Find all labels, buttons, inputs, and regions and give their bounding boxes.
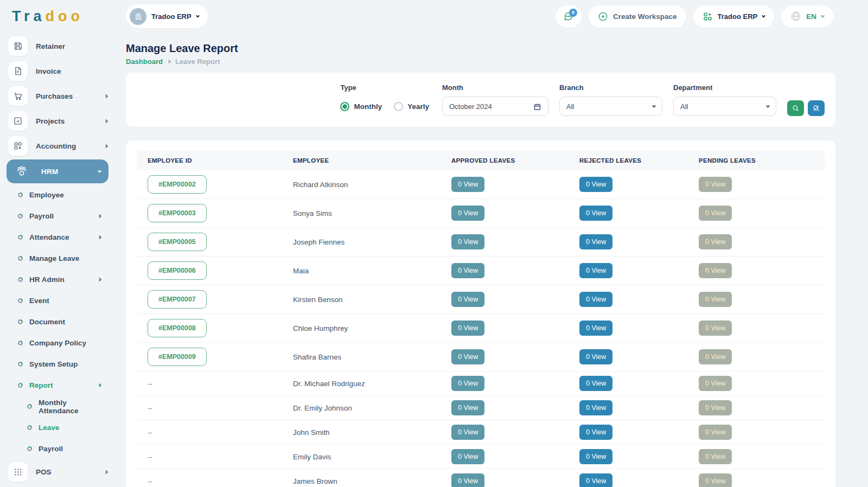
- approved-leaves-view-button[interactable]: 0 View: [451, 400, 484, 415]
- approved-leaves-view-button[interactable]: 0 View: [451, 206, 484, 221]
- rejected-leaves-view-button[interactable]: 0 View: [579, 473, 612, 487]
- approved-leaves-view-button[interactable]: 0 View: [451, 425, 484, 440]
- employee-id-badge[interactable]: #EMP00008: [148, 319, 207, 337]
- column-header-approved-leaves: APPROVED LEAVES: [441, 157, 569, 164]
- approved-leaves-view-button[interactable]: 0 View: [451, 263, 484, 278]
- type-radio-yearly[interactable]: Yearly: [394, 102, 429, 111]
- pending-leaves-view-button[interactable]: 0 View: [699, 349, 732, 364]
- rejected-leaves-view-button[interactable]: 0 View: [579, 400, 612, 415]
- pending-leaves-view-button[interactable]: 0 View: [699, 425, 732, 440]
- sidebar-item-employee[interactable]: Employee: [0, 184, 115, 206]
- sidebar-item-manage-leave[interactable]: Manage Leave: [0, 248, 115, 269]
- employee-name: Richard Atkinson: [282, 181, 441, 189]
- sidebar-item-report[interactable]: Report: [0, 375, 115, 396]
- approved-leaves-view-button[interactable]: 0 View: [451, 349, 484, 364]
- rejected-leaves-view-button[interactable]: 0 View: [579, 292, 612, 307]
- rejected-leaves-view-button[interactable]: 0 View: [579, 349, 612, 364]
- create-workspace-button[interactable]: Create Workspace: [589, 5, 686, 28]
- pending-leaves-view-button[interactable]: 0 View: [699, 292, 732, 307]
- chevron-down-icon: [766, 104, 770, 107]
- table-row: --James Brown0 View0 View0 View: [137, 469, 825, 487]
- sidebar: RetainerInvoicePurchasesProjectsAccounti…: [0, 34, 115, 484]
- pending-leaves-view-button[interactable]: 0 View: [699, 234, 732, 249]
- sidebar-item-retainer[interactable]: Retainer: [0, 34, 115, 59]
- approved-leaves-view-button[interactable]: 0 View: [451, 376, 484, 391]
- sidebar-item-payroll[interactable]: Payroll: [0, 438, 115, 459]
- workspace-erp-button[interactable]: Tradoo ERP: [693, 5, 775, 28]
- employee-id-badge[interactable]: #EMP00007: [148, 290, 207, 309]
- approved-leaves-view-button[interactable]: 0 View: [451, 177, 484, 192]
- sidebar-item-purchases[interactable]: Purchases: [0, 84, 115, 108]
- table-row: #EMP00006Maia0 View0 View0 View: [137, 257, 825, 285]
- sidebar-item-hrm[interactable]: HRM: [7, 159, 108, 183]
- type-radio-monthly[interactable]: Monthly: [340, 102, 382, 111]
- reset-search-button[interactable]: [808, 100, 825, 116]
- column-header-employee-id: EMPLOYEE ID: [137, 157, 282, 164]
- rejected-leaves-view-button[interactable]: 0 View: [579, 321, 612, 336]
- search-button[interactable]: [787, 100, 804, 116]
- sidebar-item-invoice[interactable]: Invoice: [0, 59, 115, 84]
- approved-leaves-view-button[interactable]: 0 View: [451, 234, 484, 249]
- sidebar-item-monthly-attendance[interactable]: Monthly Attendance: [0, 396, 115, 417]
- sidebar-item-payroll[interactable]: Payroll: [0, 206, 115, 227]
- sidebar-item-leave[interactable]: Leave: [0, 417, 115, 438]
- sidebar-item-pos[interactable]: POS: [0, 459, 115, 484]
- sidebar-item-hr-admin[interactable]: HR Admin: [0, 269, 115, 290]
- pending-leaves-view-button[interactable]: 0 View: [699, 206, 732, 221]
- pending-leaves-view-button[interactable]: 0 View: [699, 473, 732, 487]
- employee-id-empty: --: [148, 380, 152, 388]
- sidebar-item-label: Purchases: [36, 92, 73, 100]
- approved-leaves-view-button[interactable]: 0 View: [451, 449, 484, 464]
- approved-leaves-view-button[interactable]: 0 View: [451, 292, 484, 307]
- sidebar-item-projects[interactable]: Projects: [0, 108, 115, 133]
- branch-select[interactable]: All: [559, 97, 662, 116]
- workspace-selector[interactable]: Tradoo ERP: [126, 4, 208, 28]
- sidebar-item-event[interactable]: Event: [0, 290, 115, 311]
- workspace-avatar: [130, 8, 146, 25]
- approved-leaves-view-button[interactable]: 0 View: [451, 473, 484, 487]
- chevron-right-icon: [98, 278, 101, 281]
- rejected-leaves-view-button[interactable]: 0 View: [579, 425, 612, 440]
- rejected-leaves-view-button[interactable]: 0 View: [579, 177, 612, 192]
- sidebar-item-accounting[interactable]: Accounting: [0, 133, 115, 158]
- rejected-leaves-view-button[interactable]: 0 View: [579, 263, 612, 278]
- sidebar-item-system-setup[interactable]: System Setup: [0, 354, 115, 375]
- employee-id-badge[interactable]: #EMP00002: [148, 175, 207, 194]
- employee-id-badge[interactable]: #EMP00003: [148, 204, 207, 222]
- employee-name: Sonya Sims: [282, 209, 441, 217]
- sidebar-item-attendance[interactable]: Attendance: [0, 227, 115, 248]
- radio-label: Monthly: [354, 102, 382, 111]
- month-value: October 2024: [449, 102, 492, 111]
- radio-icon: [394, 102, 403, 111]
- employee-id-badge[interactable]: #EMP00006: [148, 261, 207, 280]
- employee-name: Emily Davis: [282, 453, 441, 461]
- filter-type-group: Type MonthlyYearly: [340, 84, 429, 116]
- rejected-leaves-view-button[interactable]: 0 View: [579, 376, 612, 391]
- pending-leaves-view-button[interactable]: 0 View: [699, 263, 732, 278]
- month-input[interactable]: October 2024: [442, 97, 548, 116]
- rejected-leaves-view-button[interactable]: 0 View: [579, 206, 612, 221]
- breadcrumb-current: Leave Report: [175, 57, 220, 66]
- pending-leaves-view-button[interactable]: 0 View: [699, 321, 732, 336]
- pending-leaves-view-button[interactable]: 0 View: [699, 449, 732, 464]
- pending-leaves-view-button[interactable]: 0 View: [699, 177, 732, 192]
- breadcrumb-dashboard-link[interactable]: Dashboard: [126, 57, 163, 66]
- rejected-leaves-view-button[interactable]: 0 View: [579, 449, 612, 464]
- employee-id-badge[interactable]: #EMP00009: [148, 348, 207, 366]
- sidebar-item-document[interactable]: Document: [0, 311, 115, 332]
- chevron-right-icon: [98, 235, 101, 239]
- language-label: EN: [806, 12, 816, 21]
- employee-id-empty: --: [148, 404, 152, 412]
- approved-leaves-view-button[interactable]: 0 View: [451, 321, 484, 336]
- table-header-row: EMPLOYEE IDEMPLOYEEAPPROVED LEAVESREJECT…: [137, 150, 825, 170]
- rejected-leaves-view-button[interactable]: 0 View: [579, 234, 612, 249]
- language-selector[interactable]: EN: [781, 5, 833, 28]
- pending-leaves-view-button[interactable]: 0 View: [699, 376, 732, 391]
- create-workspace-label: Create Workspace: [613, 12, 677, 21]
- table-row: #EMP00002Richard Atkinson0 View0 View0 V…: [137, 170, 825, 199]
- sidebar-item-company-policy[interactable]: Company Policy: [0, 332, 115, 354]
- messages-button[interactable]: 0: [556, 5, 582, 28]
- pending-leaves-view-button[interactable]: 0 View: [699, 400, 732, 415]
- employee-id-badge[interactable]: #EMP00005: [148, 233, 207, 251]
- department-select[interactable]: All: [673, 97, 776, 116]
